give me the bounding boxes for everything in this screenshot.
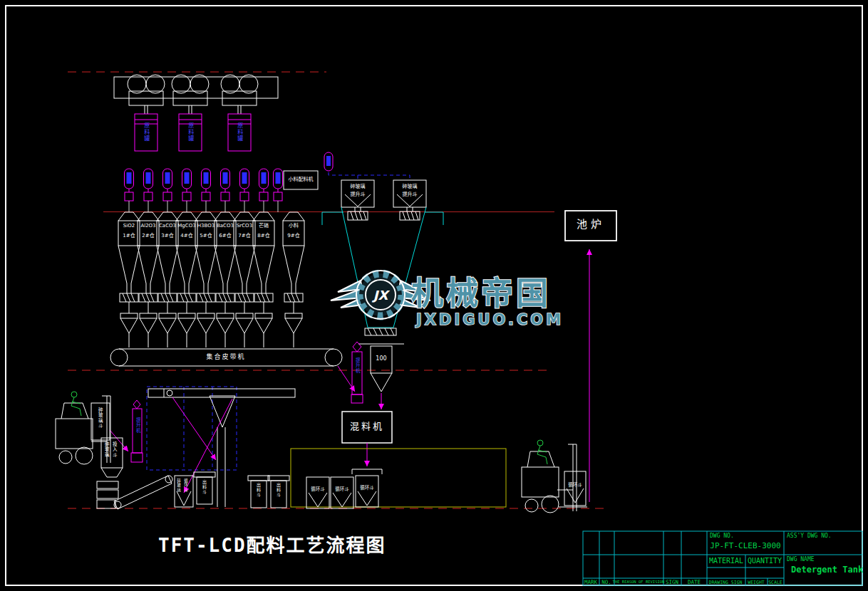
cullet-lift-tanks: [322, 152, 443, 225]
mark-label: MARK: [584, 579, 597, 585]
circulation-hopper-3: 循环斗: [360, 486, 374, 491]
raw-tank-station: [114, 75, 278, 151]
discharge-hopper-3: 出料斗: [276, 483, 281, 498]
watermark-logo-text: JX: [372, 288, 391, 303]
batch-scale-label: 小料配料机: [289, 177, 314, 183]
bottom-hopper-row: [175, 449, 506, 508]
silo-8-bin: 8#仓: [257, 234, 269, 239]
watermark-brand: 机械帝国: [411, 275, 551, 313]
silo-1-material: SiO2: [123, 224, 135, 229]
silo-9-material: 小料: [289, 224, 299, 229]
dwg-no-label: DWG NO.: [710, 533, 734, 539]
cullet-circulation-line2: 循环斗: [184, 478, 188, 493]
dwg-name-label: DWG NAME: [787, 556, 815, 563]
reason-label: THE REASON OF REVISION: [613, 580, 665, 584]
assy-dwg-no-label: ASS'Y DWG NO.: [787, 533, 832, 539]
cullet-lift-2-line2: 提升斗: [403, 192, 418, 198]
silo-2-bin: 2#仓: [142, 234, 154, 239]
cullet-feed-line2: 投入斗: [111, 441, 116, 458]
silo-7-material: SrCO3: [237, 224, 252, 229]
mixer-label: 混料机: [350, 422, 384, 432]
cullet-lift-2-line1: 碎玻璃: [403, 184, 418, 190]
belt-conveyor-label: 集合皮带机: [206, 354, 245, 361]
circulation-hopper-right: 循环斗: [568, 483, 582, 488]
weight-label: WEIGHT: [748, 580, 764, 585]
dwg-name-value: Detergent Tank: [791, 565, 863, 575]
silo-6-material: BaCO3: [217, 224, 234, 229]
silo-3-material: CaCO3: [159, 224, 176, 229]
silo-3-bin: 3#仓: [161, 234, 173, 239]
elevator-center-label: 提升机: [354, 357, 359, 374]
silo-4-bin: 4#仓: [180, 234, 192, 239]
silo-filters: [125, 169, 283, 212]
cullet-feed-line1: 碎玻璃: [103, 441, 108, 458]
drawing-canvas: JX 机械帝国 JXDIGUO.COM: [0, 0, 868, 591]
dwg-no-value: JP-FT-CLEB-3000: [710, 541, 780, 550]
silo-1-bin: 1#仓: [123, 234, 135, 239]
drawing-sign-label: DRAWING SIGN: [709, 580, 743, 585]
raw-tank-label-2: 原料罐: [187, 122, 193, 142]
silo-8-material: 芒硝: [259, 224, 269, 229]
silo-2-material: Al2O3: [140, 224, 155, 229]
no-label: NO.: [601, 579, 611, 585]
sign-label: SIGN: [666, 579, 678, 585]
cullet-circulation-line1: 碎玻璃: [177, 478, 181, 493]
date-label: DATE: [688, 579, 701, 585]
forklift-right-group: [522, 440, 587, 513]
silo-4-material: MgCO3: [177, 224, 195, 229]
weigh-hopper-value: 100: [376, 356, 386, 362]
silo-7-bin: 7#仓: [238, 234, 250, 239]
cullet-lift-1-line1: 碎玻璃: [351, 184, 366, 190]
drawing-title: TFT-LCD配料工艺流程图: [158, 535, 386, 556]
cullet-lift-1-line2: 提升斗: [351, 192, 366, 198]
raw-tank-label-3: 原料罐: [236, 122, 242, 142]
material-label: MATERIAL: [709, 557, 743, 565]
discharge-hopper-1: 出料斗: [202, 480, 207, 495]
silo-5-material: H3BO3: [197, 224, 215, 229]
quantity-label: QUANTITY: [748, 557, 782, 565]
circulation-hopper-2: 循环斗: [335, 487, 349, 492]
scale-label: SCALE: [768, 580, 782, 585]
raw-tank-label-1: 原料罐: [143, 122, 149, 142]
cad-drawing-sheet: JX 机械帝国 JXDIGUO.COM TFT-LCD配料工艺流程图 池炉 混料…: [0, 0, 868, 591]
silo-6-bin: 6#仓: [219, 234, 231, 239]
elevator-left-label: 提升机: [135, 417, 140, 434]
cullet-bucket-label: 碎玻璃斗: [97, 407, 102, 429]
silo-9-bin: 9#仓: [287, 234, 299, 239]
circulation-hopper-1: 循环斗: [311, 487, 325, 492]
discharge-hopper-2: 出料斗: [256, 483, 261, 498]
watermark-site: JXDIGUO.COM: [415, 311, 564, 328]
tank-furnace-label: 池炉: [577, 219, 605, 231]
silo-5-bin: 5#仓: [200, 234, 212, 239]
